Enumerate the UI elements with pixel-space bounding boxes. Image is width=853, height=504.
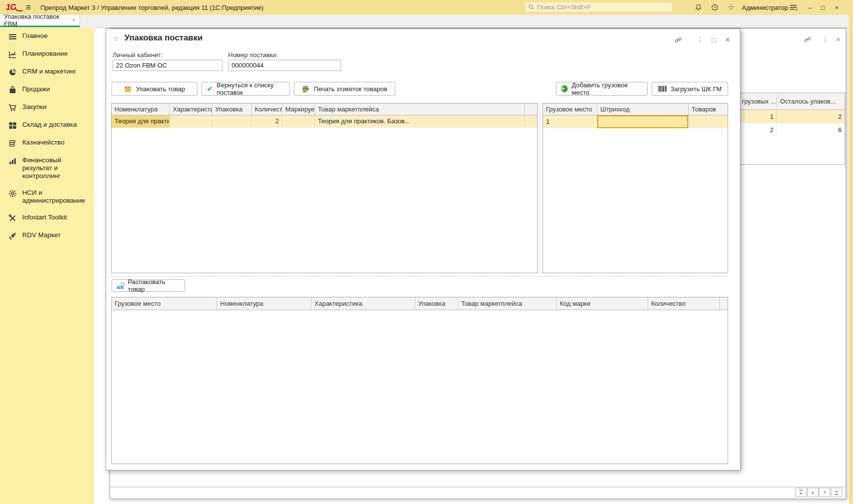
maximize-button[interactable]: □: [817, 0, 828, 15]
window-title: Препрод Маркет 3 / Управление торговлей,…: [40, 0, 264, 15]
col-characteristic[interactable]: Характеристика: [170, 104, 212, 115]
sections-splitter[interactable]: [111, 276, 728, 277]
cabinet-input[interactable]: 22 Ozon FBM ОС: [113, 60, 223, 71]
barcode-icon: [658, 86, 666, 92]
packed-items-table: Грузовое место Номенклатура Характеристи…: [111, 297, 728, 464]
tab-upakovka-postavok-fbm[interactable]: Упаковка поставок FBM ×: [0, 15, 80, 27]
col-nomenclature[interactable]: Номенклатура: [112, 104, 170, 115]
supply-number-label: Номер поставки:: [228, 51, 278, 59]
tab-close-icon[interactable]: ×: [72, 17, 76, 24]
dialog-favorite-star-icon[interactable]: ☆: [113, 35, 119, 43]
planning-icon: [8, 50, 17, 59]
col-marketplace-item[interactable]: Товар маркетплейса: [315, 104, 525, 115]
sidebar-item-nsi[interactable]: НСИ и администрирование: [0, 184, 94, 209]
bg-col-left-to-pack[interactable]: Осталось упаков...: [777, 96, 845, 107]
dialog-maximize-icon[interactable]: □: [708, 35, 719, 45]
barcode-edit-cell[interactable]: [597, 115, 689, 128]
supply-number-input[interactable]: 000000044: [228, 60, 341, 71]
sidebar-item-prodazhi[interactable]: Продажи: [0, 81, 94, 99]
titlebar: 1С ≡ Препрод Маркет 3 / Управление торго…: [0, 0, 853, 15]
screen: 1С ≡ Препрод Маркет 3 / Управление торго…: [0, 0, 853, 504]
col-marked[interactable]: Маркируемый: [282, 104, 315, 115]
check-icon: ✔: [207, 85, 213, 93]
cargo-table-header: Грузовое место Штрихкод Товаров: [543, 104, 728, 115]
sidebar-item-crm[interactable]: CRM и маркетинг: [0, 63, 94, 81]
col-cargo-place[interactable]: Грузовое место: [112, 297, 217, 310]
col-goods[interactable]: Товаров: [689, 104, 728, 115]
cabinet-label: Личный кабинет:: [113, 51, 162, 59]
current-user[interactable]: Администратор: [742, 0, 788, 15]
unpack-icon: [117, 283, 124, 289]
dialog-more-icon[interactable]: ⋮: [695, 35, 705, 45]
scroll-to-bottom-button[interactable]: ▼: [831, 488, 842, 497]
col-cargo-place[interactable]: Грузовое место: [543, 104, 597, 115]
bar-chart-icon: [8, 157, 17, 165]
sidebar-item-finrezultat[interactable]: Финансовый результат и контроллинг: [0, 152, 94, 184]
pie-chart-icon: [8, 68, 17, 76]
gear-icon: [8, 189, 17, 198]
grid-icon: [8, 121, 17, 130]
items-table-row[interactable]: Теория для практиков 2 Теория для практи…: [112, 115, 537, 128]
unpack-item-button[interactable]: Распаковать товар: [112, 279, 185, 292]
cart-icon: [8, 104, 17, 112]
tab-label: Упаковка поставок FBM: [4, 13, 72, 28]
minimize-button[interactable]: –: [805, 0, 815, 15]
bag-icon: [8, 86, 17, 94]
sidebar-item-zakupki[interactable]: Закупки: [0, 99, 94, 116]
global-search-input[interactable]: Поиск Ctrl+Shift+F: [525, 2, 673, 12]
load-barcode-button[interactable]: Загрузить ШК ГМ: [652, 82, 728, 96]
sidebar-item-rdv[interactable]: RDV Маркет: [0, 227, 94, 245]
service-menu-icon[interactable]: [788, 0, 799, 15]
cargo-table-row[interactable]: 1: [543, 115, 728, 128]
tabbar: Упаковка поставок FBM ×: [0, 15, 853, 28]
sidebar-item-infostart[interactable]: Infostart Toolkit: [0, 209, 94, 227]
package-icon: [124, 85, 132, 93]
sidebar-item-planirovanie[interactable]: Планирование: [0, 45, 94, 63]
sidebar: Главное Планирование CRM и маркетинг Про…: [0, 28, 94, 504]
sidebar-item-glavnoe[interactable]: Главное: [0, 28, 94, 45]
tools-icon: [8, 214, 17, 222]
dialog-title: Упаковка поставки: [124, 33, 203, 43]
notifications-bell-icon[interactable]: [693, 0, 704, 15]
items-to-pack-table: Номенклатура Характеристика Упаковка Кол…: [111, 103, 538, 273]
add-cargo-place-button[interactable]: + Добавить грузовое место: [556, 82, 648, 96]
pack-item-button[interactable]: Упаковать товар: [112, 82, 197, 96]
dialog-close-icon[interactable]: ×: [722, 35, 733, 45]
col-quantity[interactable]: Количество: [648, 297, 720, 310]
logo-text: 1С: [6, 2, 16, 12]
col-barcode[interactable]: Штрихкод: [597, 104, 689, 115]
col-characteristic[interactable]: Характеристика: [311, 297, 415, 310]
col-filler: [525, 104, 536, 115]
scroll-to-top-button[interactable]: ▲: [795, 488, 807, 497]
cargo-places-table: Грузовое место Штрихкод Товаров 1: [543, 103, 728, 273]
favorites-star-icon[interactable]: ☆: [726, 0, 737, 15]
scroll-up-button[interactable]: ▲: [807, 488, 818, 497]
search-icon: [528, 4, 535, 10]
col-mark-code[interactable]: Код марки: [557, 297, 648, 310]
print-labels-button[interactable]: Печать этикеток товаров: [294, 82, 395, 96]
printer-icon: [302, 85, 310, 93]
items-table-header: Номенклатура Характеристика Упаковка Кол…: [112, 104, 537, 115]
col-package[interactable]: Упаковка: [415, 297, 458, 310]
bg-window-link-icon[interactable]: [802, 35, 813, 44]
col-marketplace-item[interactable]: Товар маркетплейса: [458, 297, 557, 310]
sidebar-item-sklad[interactable]: Склад и доставка: [0, 116, 94, 134]
bg-window-more-icon[interactable]: ⋮: [820, 35, 831, 44]
tables-splitter[interactable]: [540, 103, 540, 273]
close-button[interactable]: ×: [831, 0, 842, 15]
dialog-link-icon[interactable]: [673, 35, 684, 45]
col-nomenclature[interactable]: Номенклатура: [217, 297, 311, 310]
back-to-list-button[interactable]: ✔ Вернуться к списку поставок: [201, 82, 290, 96]
rocket-icon: [8, 232, 17, 240]
col-filler: [720, 297, 727, 310]
col-quantity[interactable]: Количество: [252, 104, 282, 115]
bg-window-close-icon[interactable]: ×: [833, 35, 844, 44]
packed-table-header: Грузовое место Номенклатура Характеристи…: [112, 297, 728, 310]
scroll-down-button[interactable]: ▼: [819, 488, 830, 497]
coins-icon: [8, 139, 17, 147]
history-clock-icon[interactable]: [709, 0, 720, 15]
menu-icon: [8, 33, 17, 41]
col-package[interactable]: Упаковка: [212, 104, 252, 115]
sidebar-item-kaznacheystvo[interactable]: Казначейство: [0, 134, 94, 152]
logo-swoosh-icon: [15, 7, 23, 11]
